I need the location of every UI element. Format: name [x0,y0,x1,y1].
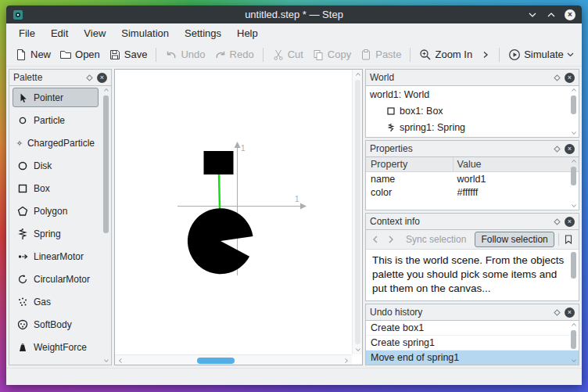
context-scrollbar[interactable] [569,250,578,300]
float-panel-icon[interactable] [554,309,561,316]
open-button[interactable]: Open [56,46,104,63]
property-row-name[interactable]: name world1 [366,172,579,185]
palette-item-chargedparticle[interactable]: ChargedParticle [13,133,99,153]
cut-button[interactable]: Cut [268,46,307,63]
close-panel-button[interactable]: × [565,73,575,83]
undo-button[interactable]: Undo [161,46,209,63]
menu-settings[interactable]: Settings [177,25,229,41]
maximize-button[interactable] [546,9,557,20]
canvas[interactable]: 1 1 [114,69,363,365]
world-header[interactable]: World × [366,70,579,85]
close-button[interactable]: × [565,9,575,20]
undo-scrollbar[interactable] [569,322,578,364]
palette-item-circularmotor[interactable]: CircularMotor [13,269,99,289]
canvas-vertical-scrollbar[interactable] [352,70,362,354]
save-button[interactable]: Save [105,46,152,63]
float-panel-icon[interactable] [554,218,561,225]
menu-help[interactable]: Help [229,25,266,41]
menubar: File Edit View Simulation Settings Help [6,23,582,43]
scroll-down-icon[interactable] [571,130,577,136]
scrollbar-thumb[interactable] [355,80,360,344]
undo-history-header[interactable]: Undo history × [366,304,579,320]
scroll-down-icon[interactable] [355,347,361,353]
scroll-down-icon[interactable] [103,358,109,364]
palette-item-softbody[interactable]: SoftBody [13,315,99,334]
scroll-down-icon[interactable] [571,203,577,209]
back-button[interactable] [369,232,382,246]
toolbar-extension-button[interactable] [477,48,494,62]
context-info-header[interactable]: Context info × [366,214,579,229]
palette-item-particle[interactable]: Particle [13,110,99,130]
tree-item-world1[interactable]: world1: World [366,86,579,102]
scrollbar-thumb[interactable] [571,95,576,114]
copy-label: Copy [328,49,351,60]
scroll-up-icon[interactable] [571,87,577,93]
menu-file[interactable]: File [11,25,43,41]
scrollbar-thumb[interactable] [571,167,576,185]
scroll-down-icon[interactable] [571,358,577,364]
menu-view[interactable]: View [76,25,113,41]
float-panel-icon[interactable] [86,74,93,81]
scroll-up-icon[interactable] [103,87,109,93]
property-row-color[interactable]: color #ffffff [366,185,579,199]
save-icon [109,49,121,61]
new-document-icon [15,49,27,61]
palette-item-pointer[interactable]: Pointer [13,88,99,107]
palette-scrollbar[interactable] [102,87,110,364]
properties-column-headers[interactable]: Property Value [366,157,579,172]
palette-header[interactable]: Palette × [9,70,111,85]
chevron-right-icon [388,236,394,243]
disk-object[interactable] [188,208,253,274]
close-panel-button[interactable]: × [565,307,575,318]
palette-item-spring[interactable]: Spring [13,224,99,243]
follow-selection-button[interactable]: Follow selection [475,232,554,247]
world-title: World [370,72,550,83]
copy-button[interactable]: Copy [308,46,355,63]
scroll-right-icon[interactable] [343,358,350,364]
box-object[interactable] [204,151,234,174]
scrollbar-thumb[interactable] [571,330,576,349]
float-panel-icon[interactable] [554,74,561,81]
scrollbar-thumb[interactable] [197,358,235,364]
scroll-left-icon[interactable] [117,358,124,364]
redo-button[interactable]: Redo [210,46,258,63]
zoom-in-button[interactable]: Zoom In [415,46,476,63]
scroll-up-icon[interactable] [355,71,361,77]
palette-item-box[interactable]: Box [13,178,99,198]
close-panel-button[interactable]: × [565,217,575,227]
world-scrollbar[interactable] [569,87,578,136]
sync-selection-button[interactable]: Sync selection [400,232,471,246]
menu-simulation[interactable]: Simulation [113,25,177,41]
scrollbar-thumb[interactable] [103,95,109,233]
new-button[interactable]: New [11,46,55,63]
properties-scrollbar[interactable] [569,158,578,209]
tree-item-spring1[interactable]: spring1: Spring [366,119,579,135]
palette-item-polygon[interactable]: Polygon [13,201,99,221]
paste-button[interactable]: Paste [356,46,405,63]
simulate-button[interactable]: Simulate [504,46,578,63]
context-info-text: This is the world scene. From the object… [366,250,579,299]
close-panel-button[interactable]: × [565,144,575,154]
polygon-icon [16,205,29,218]
scroll-up-icon[interactable] [571,322,577,328]
scrollbar-thumb[interactable] [571,252,576,279]
titlebar[interactable]: untitled.step * — Step × [6,5,582,23]
forward-button[interactable] [385,232,397,246]
float-panel-icon[interactable] [554,146,561,153]
undo-item-create-box1[interactable]: Create box1 [366,321,579,336]
properties-header[interactable]: Properties × [366,141,579,156]
palette-item-gas[interactable]: Gas [13,292,99,311]
scroll-up-icon[interactable] [571,158,577,164]
canvas-horizontal-scrollbar[interactable] [115,354,352,365]
bookmark-button[interactable] [562,232,575,246]
close-panel-button[interactable]: × [97,73,107,83]
tree-item-box1[interactable]: box1: Box [366,102,579,119]
palette-item-linearmotor[interactable]: LinearMotor [13,246,99,266]
palette-item-weightforce[interactable]: WeightForce [13,337,99,357]
particle-icon [16,114,29,127]
undo-item-create-spring1[interactable]: Create spring1 [366,336,579,351]
palette-item-disk[interactable]: Disk [13,156,99,175]
menu-edit[interactable]: Edit [43,25,76,41]
minimize-button[interactable] [527,9,538,20]
undo-item-move-end-of-spring1[interactable]: Move end of spring1 [366,351,579,365]
